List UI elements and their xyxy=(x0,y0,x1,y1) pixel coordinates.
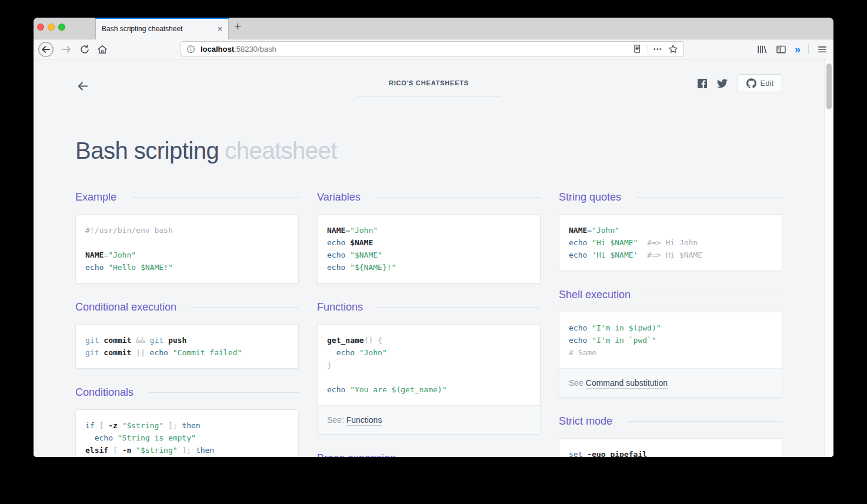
section-heading-label: Shell execution xyxy=(559,288,631,302)
edit-button[interactable]: Edit xyxy=(738,74,782,92)
code-line: echo "$NAME" xyxy=(327,249,531,261)
library-icon[interactable] xyxy=(756,44,768,55)
scrollbar-track[interactable] xyxy=(824,59,833,457)
section-heading-label: Brace expansion xyxy=(317,451,396,457)
code-card: if [ -z "$string" ]; then echo "String i… xyxy=(75,409,299,457)
code-token xyxy=(587,251,592,259)
code-line: git commit || echo "Commit failed" xyxy=(85,346,289,359)
code-token xyxy=(104,263,108,272)
code-token: "String is empty" xyxy=(118,433,196,442)
code-block: git commit && git pushgit commit || echo… xyxy=(76,325,298,368)
facebook-icon[interactable] xyxy=(698,79,707,88)
code-line: echo "String is not empty" xyxy=(85,456,289,457)
page-title: Bash scriptingcheatsheet xyxy=(75,137,782,164)
site-title[interactable]: RICO'S CHEATSHEETS xyxy=(389,79,469,86)
overflow-menu-icon[interactable]: » xyxy=(795,44,801,55)
code-line: echo "You are $(get_name)" xyxy=(327,383,531,396)
code-token: = xyxy=(587,226,592,235)
scrollbar-thumb[interactable] xyxy=(826,64,832,109)
code-token: if xyxy=(85,421,95,430)
code-token: echo xyxy=(327,238,345,247)
column: VariablesNAME="John"echo $NAMEecho "$NAM… xyxy=(317,190,541,457)
code-token xyxy=(587,323,592,332)
section-heading[interactable]: Functions xyxy=(317,300,541,314)
home-button[interactable] xyxy=(96,44,108,55)
code-card: #!/usr/bin/env bashNAME="John"echo "Hell… xyxy=(75,214,299,283)
code-token: echo xyxy=(85,263,104,272)
page-viewport: RICO'S CHEATSHEETS Edit xyxy=(34,59,833,457)
twitter-icon[interactable] xyxy=(717,78,728,89)
code-token xyxy=(345,251,350,259)
forward-button[interactable] xyxy=(60,43,73,56)
code-token: ]; xyxy=(168,421,178,430)
close-window-button[interactable] xyxy=(37,24,44,31)
section-heading[interactable]: Conditional execution xyxy=(75,300,299,314)
code-line: #!/usr/bin/env bash xyxy=(85,224,289,236)
sidebar-icon[interactable] xyxy=(775,44,787,55)
code-block: echo "I'm in $(pwd)"echo "I'm in `pwd`"#… xyxy=(559,312,782,368)
section: Conditionalsif [ -z "$string" ]; then ec… xyxy=(75,385,299,457)
see-link[interactable]: Command substitution xyxy=(586,378,668,389)
code-card: git commit && git pushgit commit || echo… xyxy=(75,324,299,369)
code-token xyxy=(191,446,196,455)
code-token: git xyxy=(85,336,99,345)
code-line: echo "${NAME}!" xyxy=(327,261,531,273)
code-block: NAME="John"echo "Hi $NAME" #=> Hi Johnec… xyxy=(559,215,782,271)
tab-close-icon[interactable]: × xyxy=(216,24,224,34)
zoom-window-button[interactable] xyxy=(58,24,65,31)
code-block: get_name() { echo "John"}echo "You are $… xyxy=(318,325,540,405)
code-token xyxy=(355,348,359,357)
section-heading[interactable]: Brace expansion xyxy=(317,451,541,457)
code-block: set -euo pipefailIFS=$'\n\t' xyxy=(559,439,782,457)
section-heading[interactable]: Shell execution xyxy=(559,288,782,302)
section-heading[interactable]: Example xyxy=(75,190,299,204)
code-card: NAME="John"echo "Hi $NAME" #=> Hi Johnec… xyxy=(559,214,782,271)
code-token: = xyxy=(345,226,350,235)
url-path: :58230/bash xyxy=(234,45,276,54)
section-heading[interactable]: String quotes xyxy=(559,190,782,204)
see-label: See xyxy=(569,378,586,388)
reader-mode-icon[interactable] xyxy=(632,44,642,54)
code-token xyxy=(108,446,113,455)
menu-icon[interactable] xyxy=(816,44,828,55)
see-link[interactable]: Functions xyxy=(346,415,382,426)
code-token xyxy=(587,238,592,247)
code-token: echo xyxy=(336,348,355,357)
code-line: echo "String is empty" xyxy=(85,432,289,444)
section: Example#!/usr/bin/env bashNAME="John"ech… xyxy=(75,190,299,283)
code-token: "John" xyxy=(350,226,378,235)
new-tab-button[interactable]: + xyxy=(234,19,241,34)
reload-button[interactable] xyxy=(79,44,91,55)
section-heading[interactable]: Variables xyxy=(317,190,541,204)
toolbar-separator xyxy=(808,44,809,54)
code-token xyxy=(131,446,136,455)
code-block: NAME="John"echo $NAMEecho "$NAME"echo "$… xyxy=(318,215,540,283)
minimize-window-button[interactable] xyxy=(48,24,55,31)
code-line: get_name() { xyxy=(327,334,531,346)
columns: Example#!/usr/bin/env bashNAME="John"ech… xyxy=(75,190,782,457)
back-link[interactable] xyxy=(75,79,90,94)
site-info-icon[interactable] xyxy=(186,44,196,54)
url-bar[interactable]: localhost:58230/bash ••• xyxy=(181,41,684,56)
section-heading-label: Variables xyxy=(317,190,361,204)
bookmark-star-icon[interactable] xyxy=(668,44,679,55)
page-actions-icon[interactable]: ••• xyxy=(653,46,662,52)
code-token: then xyxy=(182,421,200,430)
code-token: "$string" xyxy=(136,446,177,455)
code-token xyxy=(131,336,136,345)
back-button[interactable] xyxy=(38,41,54,58)
code-token: NAME xyxy=(327,226,345,235)
code-token: commit xyxy=(104,348,131,357)
section-heading[interactable]: Strict mode xyxy=(559,414,782,428)
section-heading[interactable]: Conditionals xyxy=(75,385,299,399)
code-token: || xyxy=(136,348,145,357)
code-line: elsif [ -n "$string" ]; then xyxy=(85,444,289,456)
section: Functionsget_name() { echo "John"}echo "… xyxy=(317,300,541,435)
code-token: -euo xyxy=(587,450,605,457)
code-token: "$NAME" xyxy=(350,251,382,259)
browser-tab[interactable]: Bash scripting cheatsheet × xyxy=(95,18,229,39)
code-token: # Same xyxy=(569,348,596,357)
code-token: echo xyxy=(95,433,113,442)
code-token: $NAME xyxy=(350,238,373,247)
code-token: echo xyxy=(327,263,345,272)
